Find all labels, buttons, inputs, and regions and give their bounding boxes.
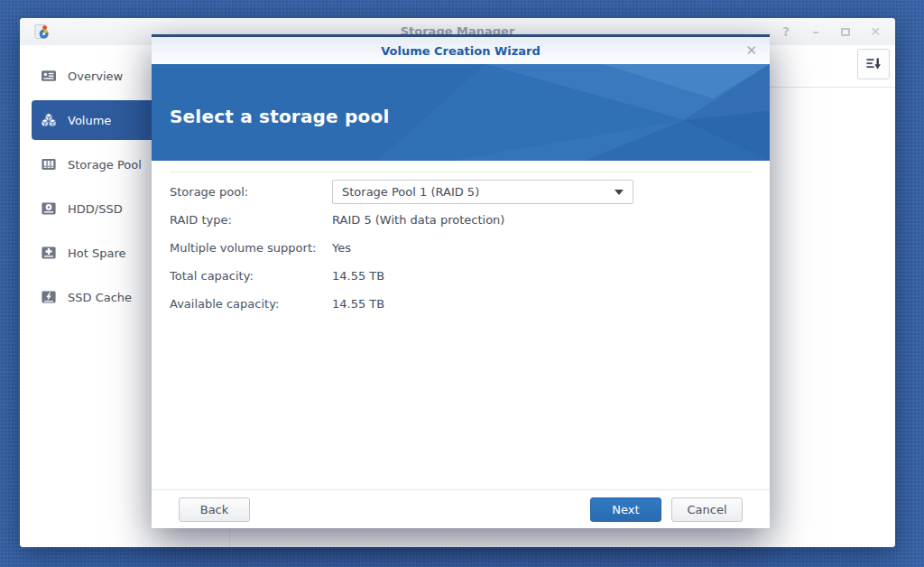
storage-pool-icon: [41, 156, 57, 172]
form-row-storage-pool: Storage pool: Storage Pool 1 (RAID 5): [170, 180, 752, 204]
volume-creation-wizard-dialog: Volume Creation Wizard ✕ Select a storag…: [152, 34, 770, 528]
form-row-multiple-volume-support: Multiple volume support: Yes: [170, 236, 752, 260]
wizard-step-title: Select a storage pool: [170, 106, 390, 127]
sidebar-item-label: Overview: [68, 70, 123, 83]
next-button[interactable]: Next: [590, 497, 661, 522]
wizard-banner: Select a storage pool: [152, 64, 770, 161]
hot-spare-icon: [41, 245, 57, 261]
help-icon[interactable]: ?: [779, 24, 793, 39]
form-row-total-capacity: Total capacity: 14.55 TB: [170, 264, 752, 288]
dialog-footer: Back Next Cancel: [152, 489, 770, 528]
sidebar-item-label: SSD Cache: [68, 291, 132, 304]
sidebar-item-label: Storage Pool: [68, 158, 142, 172]
storage-pool-select[interactable]: Storage Pool 1 (RAID 5): [332, 180, 633, 204]
dialog-close-icon[interactable]: ✕: [745, 44, 757, 58]
form-row-available-capacity: Available capacity: 14.55 TB: [170, 292, 752, 316]
window-controls: ? – ✕: [779, 18, 882, 45]
ssd-cache-icon: [41, 289, 57, 305]
volume-cubes-icon: [41, 112, 57, 128]
available-capacity-label: Available capacity:: [170, 297, 332, 311]
close-icon[interactable]: ✕: [868, 24, 882, 39]
total-capacity-value: 14.55 TB: [332, 269, 384, 283]
hdd-ssd-icon: [41, 200, 57, 217]
dialog-title: Volume Creation Wizard: [381, 44, 541, 58]
dialog-titlebar[interactable]: Volume Creation Wizard ✕: [152, 37, 770, 64]
cancel-button[interactable]: Cancel: [671, 497, 743, 522]
maximize-icon[interactable]: [838, 24, 853, 39]
task-queue-button[interactable]: [857, 49, 890, 79]
sidebar-item-label: Volume: [68, 114, 111, 127]
task-queue-icon: [864, 55, 882, 73]
raid-type-label: RAID type:: [170, 213, 332, 227]
storage-pool-select-value: Storage Pool 1 (RAID 5): [342, 185, 479, 199]
multiple-volume-support-label: Multiple volume support:: [170, 241, 332, 255]
form-row-raid-type: RAID type: RAID 5 (With data protection): [170, 208, 752, 232]
available-capacity-value: 14.55 TB: [332, 297, 384, 311]
raid-type-value: RAID 5 (With data protection): [332, 213, 504, 227]
minimize-icon[interactable]: –: [808, 24, 823, 39]
total-capacity-label: Total capacity:: [170, 269, 332, 283]
multiple-volume-support-value: Yes: [332, 241, 351, 255]
chevron-down-icon: [614, 190, 624, 195]
overview-icon: [41, 68, 57, 84]
sidebar-item-label: Hot Spare: [68, 246, 126, 260]
sidebar-item-label: HDD/SSD: [68, 202, 123, 216]
desktop: Storage Manager ? – ✕: [0, 0, 924, 567]
back-button[interactable]: Back: [179, 497, 250, 522]
wizard-form-area: Storage pool: Storage Pool 1 (RAID 5) RA…: [152, 161, 770, 316]
storage-pool-label: Storage pool:: [170, 185, 332, 199]
